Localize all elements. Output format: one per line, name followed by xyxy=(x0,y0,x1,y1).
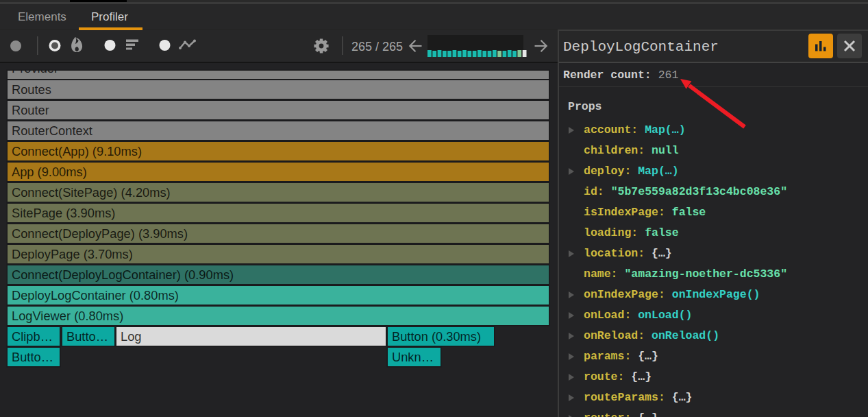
svg-text:265 / 265: 265 / 265 xyxy=(351,40,403,53)
